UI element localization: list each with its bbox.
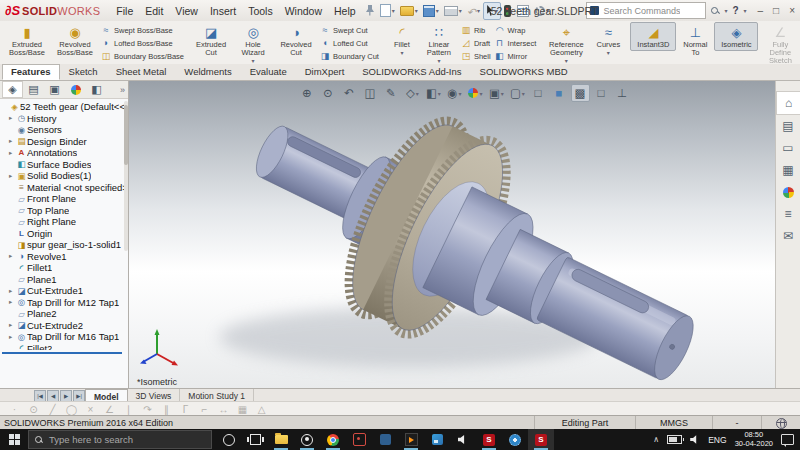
dimxpertmanager-tab-icon[interactable]: [65, 81, 86, 98]
open-icon[interactable]: ▾: [398, 3, 420, 19]
tree-item[interactable]: ▸ Revolve1: [0, 251, 128, 263]
tree-item[interactable]: Origin: [0, 228, 128, 240]
sketch-tool-icon[interactable]: ∣: [120, 404, 137, 415]
boundary-boss-base-button[interactable]: ◫Boundary Boss/Base: [101, 50, 184, 62]
shadows-view-icon[interactable]: □: [529, 84, 548, 102]
chevron-down-icon[interactable]: ▾: [744, 7, 747, 14]
restore-button[interactable]: □: [773, 5, 779, 16]
search-icon[interactable]: [711, 7, 719, 15]
tree-item[interactable]: ▸ Design Binder: [0, 136, 128, 148]
sketch-tool-icon[interactable]: ▦: [234, 404, 251, 415]
units-selector[interactable]: MMGS: [635, 416, 712, 430]
triad-tool-icon[interactable]: ⊥: [613, 84, 632, 102]
tray-chevron-icon[interactable]: ∧: [653, 435, 659, 444]
view-palette-icon[interactable]: ▦: [776, 159, 800, 181]
battery-icon[interactable]: [667, 435, 682, 444]
view-orientation-icon[interactable]: ◇▾: [403, 84, 422, 102]
tab-nav-button[interactable]: ▶: [60, 390, 72, 402]
tree-item[interactable]: Plane1: [0, 274, 128, 286]
ribbon-tab[interactable]: Evaluate: [241, 64, 296, 80]
extruded-cut-button[interactable]: ◪ Extruded Cut: [190, 22, 232, 59]
curves-button[interactable]: ≈ Curves: [590, 22, 626, 58]
appearances-scenes-icon[interactable]: [776, 181, 800, 203]
tree-item[interactable]: Fillet1: [0, 262, 128, 274]
design-library-icon[interactable]: ▤: [776, 115, 800, 137]
tree-item[interactable]: Material <not specified>: [0, 182, 128, 194]
tree-item[interactable]: Surface Bodies: [0, 159, 128, 171]
volume-icon[interactable]: [690, 435, 700, 445]
tree-item[interactable]: ▸ Solid Bodies(1): [0, 170, 128, 182]
ribbon-tab[interactable]: SOLIDWORKS MBD: [471, 64, 577, 80]
tree-item[interactable]: Right Plane: [0, 216, 128, 228]
minimize-button[interactable]: –: [758, 5, 764, 16]
isometric-button[interactable]: ◈ Isometric: [714, 22, 758, 51]
hide-show-items-icon[interactable]: ◉▾: [445, 84, 464, 102]
help-button[interactable]: ?: [732, 5, 738, 16]
swept-cut-button[interactable]: ≈Swept Cut: [320, 24, 379, 36]
tree-item[interactable]: Top Plane: [0, 205, 128, 217]
normal-to-button[interactable]: ⊥ Normal To: [676, 22, 714, 59]
tree-item[interactable]: 52 Teeth gear (Default<<Default>_Displ: [0, 101, 128, 113]
expand-arrow-icon[interactable]: ▸: [9, 252, 16, 260]
sketch-tool-icon[interactable]: ⌐: [196, 404, 213, 415]
tree-item[interactable]: Fillet2: [0, 343, 128, 351]
3d-drawing-view-icon[interactable]: ✎: [382, 84, 401, 102]
configurationmanager-tab-icon[interactable]: ▣: [44, 81, 65, 98]
expand-arrow-icon[interactable]: ▸: [9, 321, 16, 329]
ribbon-tab[interactable]: DimXpert: [296, 64, 354, 80]
ribbon-tab[interactable]: Sheet Metal: [107, 64, 176, 80]
tree-item[interactable]: ▸ Cut-Extrude1: [0, 285, 128, 297]
menu-item[interactable]: Tools: [242, 3, 279, 19]
tree-item[interactable]: ▸ Tap Drill for M16 Tap1: [0, 331, 128, 343]
view-settings-icon[interactable]: ▢▾: [508, 84, 527, 102]
zoom-to-fit-icon[interactable]: ⊕: [298, 84, 317, 102]
ribbon-tab[interactable]: Sketch: [60, 64, 107, 80]
shaded-view-icon[interactable]: ■: [550, 84, 569, 102]
sketch-tool-icon[interactable]: ∠: [101, 404, 118, 415]
mirror-button[interactable]: ◧Mirror: [495, 50, 537, 62]
close-button[interactable]: ×: [789, 5, 795, 16]
boundary-cut-button[interactable]: ◨Boundary Cut: [320, 50, 379, 62]
zoom-to-area-icon[interactable]: ⊙: [319, 84, 338, 102]
propertymanager-tab-icon[interactable]: ▤: [23, 81, 44, 98]
sketch-tool-icon[interactable]: ↔: [215, 404, 232, 415]
featuremanager-tab-icon[interactable]: ◈: [2, 81, 23, 98]
tree-item[interactable]: Front Plane: [0, 193, 128, 205]
rib-button[interactable]: ▥Rib: [461, 24, 491, 36]
sketch-tool-icon[interactable]: ╱: [44, 404, 61, 415]
swept-boss-base-button[interactable]: ≈Swept Boss/Base: [101, 24, 184, 36]
sketch-tool-icon[interactable]: ·: [6, 404, 23, 415]
tab-nav-button[interactable]: ◀: [47, 390, 59, 402]
intersect-button[interactable]: ⊓Intersect: [495, 37, 537, 49]
sketch-tool-icon[interactable]: ⊙: [25, 404, 42, 415]
hole-wizard-button[interactable]: ◎ Hole Wizard: [232, 22, 274, 65]
menu-item[interactable]: View: [169, 3, 204, 19]
tree-item[interactable]: spur gear_iso-1-solid1: [0, 239, 128, 251]
section-view-icon[interactable]: ◫: [361, 84, 380, 102]
lofted-boss-base-button[interactable]: ◗Lofted Boss/Base: [101, 37, 184, 49]
tree-scrollbar[interactable]: [124, 101, 128, 251]
language-indicator[interactable]: ENG: [708, 435, 726, 445]
ribbon-tab[interactable]: Features: [2, 64, 60, 80]
solidworks-forum-icon[interactable]: ✉: [776, 225, 800, 247]
sketch-tool-icon[interactable]: ↷: [139, 404, 156, 415]
revolved-boss-base-button[interactable]: ◉ Revolved Boss/Base: [51, 22, 99, 59]
graphics-viewport[interactable]: ⊕ ⊙ ↶ ◫ ✎ ◇▾ ◧▾ ◉▾ ▾ ▣▾: [129, 81, 775, 388]
tab-nav-button[interactable]: |◀: [34, 390, 46, 402]
tags-globe-icon[interactable]: [761, 416, 800, 430]
menu-item[interactable]: Edit: [139, 3, 169, 19]
edit-appearance-icon[interactable]: ▾: [466, 84, 485, 102]
expand-arrow-icon[interactable]: ▸: [9, 149, 16, 157]
new-document-icon[interactable]: ▾: [378, 3, 397, 19]
save-icon[interactable]: ▾: [421, 3, 441, 19]
tree-item[interactable]: ▸ Annotations: [0, 147, 128, 159]
displaymanager-tab-icon[interactable]: ◧: [86, 81, 107, 98]
file-explorer-icon[interactable]: ▭: [776, 137, 800, 159]
reference-geometry-button[interactable]: ⌖ Reference Geometry: [542, 22, 590, 65]
tree-item[interactable]: Sensors: [0, 124, 128, 136]
isometric-view-icon[interactable]: ▩: [571, 84, 590, 102]
apply-scene-icon[interactable]: ▣▾: [487, 84, 506, 102]
fully-define-sketch-button[interactable]: ∠ Fully Define Sketch: [762, 22, 798, 65]
sketch-tool-icon[interactable]: Γ: [177, 404, 194, 415]
instant3d-button[interactable]: ◢ Instant3D: [630, 22, 676, 51]
